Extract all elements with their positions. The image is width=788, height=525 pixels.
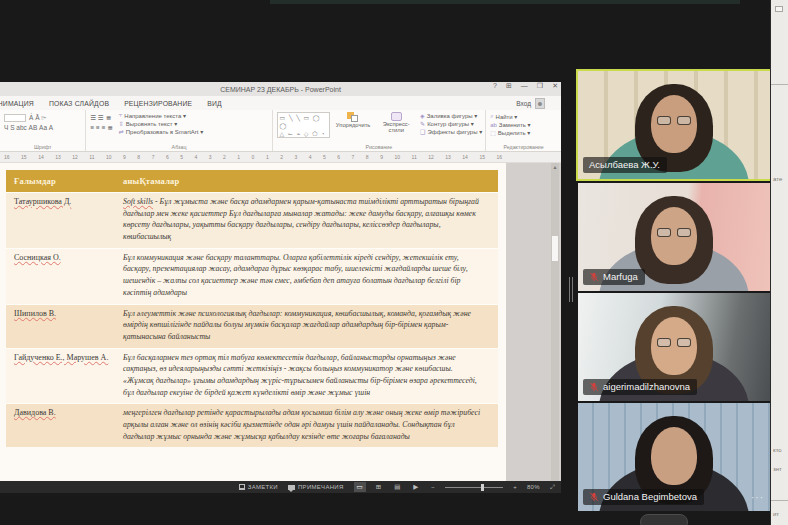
font-group-label: Шрифт	[0, 144, 85, 150]
account-avatar-icon[interactable]: ☻	[535, 98, 545, 109]
tab-вид[interactable]: ВИД	[207, 100, 222, 107]
view-normal-button[interactable]: ▭	[354, 482, 366, 492]
horizontal-ruler[interactable]: 1615141312111098765432101234567891011121…	[0, 152, 561, 163]
scholar-name: Шипилов В.	[14, 309, 56, 318]
definition-text: Бұл коммуникация және басқару таланттары…	[116, 249, 498, 304]
background-text-fragment: кто	[773, 447, 782, 453]
editing-button-2[interactable]: abЗаменить ▾	[490, 121, 558, 128]
quick-styles-button[interactable]: Экспресс-стили	[378, 112, 414, 134]
table-row: Давидова В. меңгерілген дағдылар ретінде…	[6, 403, 498, 447]
scrollbar-up-arrow[interactable]: ▲	[552, 165, 558, 170]
paragraph-button-icon-2: ⇳	[119, 120, 124, 127]
zoom-slider-thumb[interactable]	[481, 484, 484, 491]
view-sorter-button[interactable]: ⊞	[373, 482, 384, 492]
zoom-meeting-window: СЕМИНАР 23 ДЕКАБРЬ - PowerPoint ?⊞—❐✕ АН…	[0, 0, 788, 525]
quick-styles-icon	[391, 112, 402, 121]
ribbon: А́ А̌ ⌲ Ч S abc АВ Аа А Шрифт ☰ ☰ ≣ ≡ ≡ …	[0, 110, 561, 152]
participant-name: Guldana Begimbetova	[603, 491, 697, 502]
powerpoint-window: СЕМИНАР 23 ДЕКАБРЬ - PowerPoint ?⊞—❐✕ АН…	[0, 82, 561, 493]
panel-resize-handle[interactable]	[569, 277, 573, 302]
participant-name: Marfuga	[603, 271, 638, 282]
editing-button-icon-1: ⌕	[490, 113, 493, 120]
paragraph-button-3[interactable]: ⇄Преобразовать в SmartArt ▾	[119, 128, 204, 135]
list-buttons[interactable]: ☰ ☰ ≣	[90, 114, 112, 122]
scholar-name: Татауршикова Д.	[14, 197, 71, 206]
restore-button[interactable]: ❐	[537, 82, 543, 90]
paragraph-button-icon-3: ⇄	[119, 128, 124, 135]
tab-анимация[interactable]: АНИМАЦИЯ	[0, 100, 34, 107]
background-text-fragment: знт	[773, 466, 782, 472]
participant-name: Асылбаева Ж.У.	[589, 159, 660, 170]
shape-format-button-3[interactable]: ❑Эффекты фигуры ▾	[420, 128, 482, 135]
shape-format-button-icon-3: ❑	[420, 128, 425, 135]
sign-in-label[interactable]: Вход	[516, 100, 531, 107]
table-row: Сосницкая О. Бұл коммуникация және басқа…	[6, 248, 498, 304]
zoom-in-button[interactable]: +	[513, 484, 517, 490]
editing-button-icon-2: ab	[490, 122, 497, 128]
ribbon-options-button[interactable]: ⊞	[506, 82, 512, 90]
participant-tile[interactable]: Guldana Begimbetova ···	[578, 403, 770, 511]
ribbon-group-font: А́ А̌ ⌲ Ч S abc АВ Аа А Шрифт	[0, 110, 86, 151]
zoom-level[interactable]: 80%	[527, 484, 540, 490]
participant-tile[interactable]: Marfuga	[578, 183, 770, 291]
background-window-icon	[775, 6, 783, 12]
definition-text: Бұл әлеуметтік және психологиялық дағдыл…	[116, 305, 498, 348]
table-header-definitions: аныҚтамалар	[116, 176, 498, 186]
view-reading-button[interactable]: ▤	[391, 482, 403, 492]
grow-font-icon[interactable]: А́ А̌ ⌲	[29, 114, 46, 122]
vertical-scrollbar[interactable]: ▲	[551, 163, 559, 481]
paragraph-button-icon-1: ⫟	[119, 112, 123, 119]
zoom-out-button[interactable]: −	[431, 484, 435, 490]
ribbon-tabs: АНИМАЦИЯПОКАЗ СЛАЙДОВРЕЦЕНЗИРОВАНИЕВИД	[0, 100, 222, 107]
shape-format-button-icon-2: ✎	[420, 120, 425, 127]
editing-button-3[interactable]: ⬚Выделить ▾	[490, 129, 558, 136]
arrange-icon	[347, 112, 359, 122]
paragraph-button-2[interactable]: ⇳Выровнять текст ▾	[119, 120, 204, 127]
participant-tile[interactable]: Асылбаева Ж.У.	[578, 71, 770, 179]
table-header-scholars: Ғалымдар	[6, 176, 116, 186]
muted-mic-icon	[589, 382, 599, 392]
glasses	[657, 116, 691, 125]
fit-to-window-button[interactable]: ⤢	[550, 484, 555, 491]
notes-button[interactable]: ЗАМЕТКИ	[239, 484, 278, 490]
participant-name-tag: Guldana Begimbetova	[583, 489, 704, 505]
paragraph-group-label: Абзац	[86, 144, 271, 150]
participant-tile[interactable]: aigerimadilzhanovna	[578, 293, 770, 401]
gallery-collapse-button[interactable]	[640, 514, 688, 525]
close-button[interactable]: ✕	[552, 82, 558, 90]
paragraph-button-1[interactable]: ⫟Направление текста ▾	[119, 112, 204, 119]
shape-format-button-1[interactable]: ◈Заливка фигуры ▾	[420, 112, 482, 119]
arrange-button[interactable]: Упорядочить	[336, 112, 371, 128]
minimize-button[interactable]: —	[521, 82, 528, 90]
glasses	[657, 228, 691, 237]
tile-options-button[interactable]: ···	[751, 492, 764, 503]
notes-icon	[239, 484, 245, 490]
scrollbar-thumb[interactable]	[552, 236, 558, 261]
zoom-slider[interactable]	[445, 487, 503, 488]
participant-name-tag: Асылбаева Ж.У.	[583, 157, 667, 173]
window-controls: ?⊞—❐✕	[493, 82, 558, 90]
sign-in-area[interactable]: Вход ☻	[516, 98, 545, 109]
slide[interactable]: Ғалымдар аныҚтамалар Татауршикова Д. Sof…	[0, 163, 506, 481]
help-button[interactable]: ?	[493, 82, 497, 90]
table-header-row: Ғалымдар аныҚтамалар	[6, 170, 498, 192]
font-size-box[interactable]	[4, 114, 26, 122]
view-slideshow-button[interactable]: ▶	[410, 482, 421, 492]
editing-button-1[interactable]: ⌕Найти ▾	[490, 113, 558, 120]
slide-table[interactable]: Ғалымдар аныҚтамалар Татауршикова Д. Sof…	[6, 170, 498, 447]
align-buttons[interactable]: ≡ ≡ ≡ ≣	[90, 124, 112, 132]
participant-gallery: Асылбаева Ж.У. Marfuga	[578, 0, 770, 525]
font-style-buttons[interactable]: Ч S abc АВ Аа А	[4, 124, 82, 131]
participant-name-tag: Marfuga	[583, 269, 645, 285]
tab-рецензирование[interactable]: РЕЦЕНЗИРОВАНИЕ	[124, 100, 192, 107]
ribbon-group-paragraph: ☰ ☰ ≣ ≡ ≡ ≡ ≣ ⫟Направление текста ▾⇳Выро…	[86, 110, 272, 151]
scholar-name: Сосницкая О.	[14, 253, 61, 262]
tab-показ-слайдов[interactable]: ПОКАЗ СЛАЙДОВ	[49, 100, 109, 107]
glasses	[657, 338, 691, 347]
table-row: Татауршикова Д. Soft skills - Бұл жұмыст…	[6, 192, 498, 248]
ribbon-tab-row: АНИМАЦИЯПОКАЗ СЛАЙДОВРЕЦЕНЗИРОВАНИЕВИД В…	[0, 96, 561, 110]
powerpoint-titlebar[interactable]: СЕМИНАР 23 ДЕКАБРЬ - PowerPoint ?⊞—❐✕	[0, 82, 561, 96]
shape-format-button-2[interactable]: ✎Контур фигуры ▾	[420, 120, 482, 127]
comments-button[interactable]: ПРИМЕЧАНИЯ	[288, 484, 344, 490]
shapes-gallery[interactable]: ▭ ╲ ╲ ▭ ◯ ◯ △ ⌙ ⌁ ◇ ⬠ ◔ ☆ ⌒ ∿ { } ✩	[277, 112, 330, 138]
